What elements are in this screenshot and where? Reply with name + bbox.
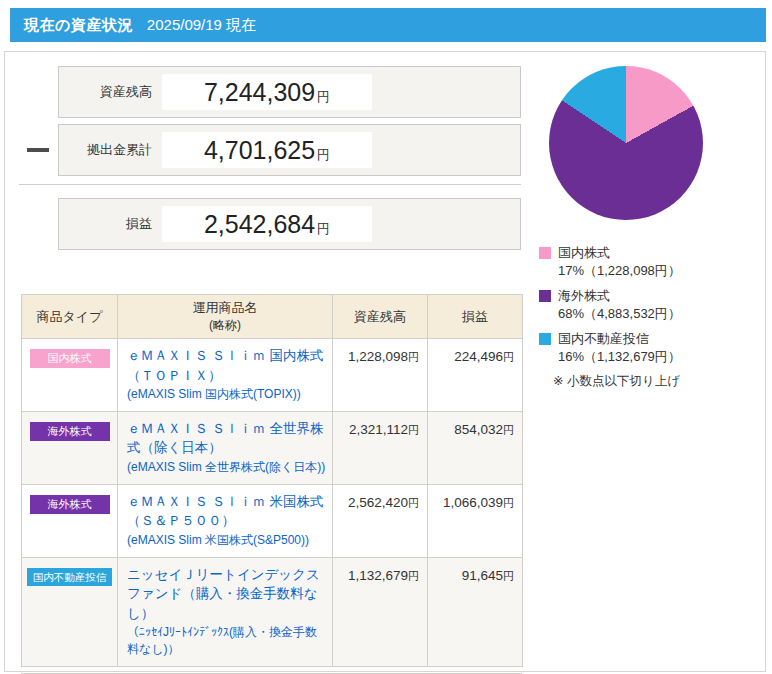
rounding-note: ※ 小数点以下切り上げ — [553, 373, 764, 390]
product-abbr-link[interactable]: （ﾆｯｾｲJﾘｰﾄｲﾝﾃﾞｯｸｽ(購入・換金手数料なし)） — [127, 624, 326, 658]
profit-cell: 91,645円 — [428, 557, 523, 666]
legend-label: 国内不動産投信 — [558, 330, 681, 348]
asset-balance-label: 資産残高 — [59, 83, 152, 101]
legend-item-foreign-stock: 海外株式 68%（4,883,532円） — [539, 287, 764, 322]
contribution-total-label: 拠出金累計 — [59, 141, 152, 159]
profit-loss-value-box: 2,542,684 円 — [162, 206, 372, 242]
table-row: 海外株式 ｅＭＡＸＩＳ Ｓｌｉｍ 米国株式（Ｓ＆Ｐ５００） (eMAXIS Sl… — [22, 484, 523, 557]
asset-balance-value: 7,244,309 — [204, 78, 315, 107]
profit-loss-box: 損益 2,542,684 円 — [58, 198, 521, 250]
product-name-link[interactable]: ニッセイＪリートインデックスファンド（購入・換金手数料なし） — [127, 565, 326, 624]
balance-cell: 1,132,679円 — [333, 557, 428, 666]
balance-cell: 1,228,098円 — [333, 339, 428, 412]
legend-label: 国内株式 — [558, 244, 681, 262]
as-of-date: 2025/09/19 現在 — [147, 16, 256, 35]
profit-loss-value: 2,542,684 — [204, 210, 315, 239]
products-table-area: 商品タイプ 運用商品名 (略称) 資産残高 損益 国内株式 ｅＭＡＸＩＳ Ｓｌｉ… — [21, 294, 522, 674]
legend-swatch-pink — [539, 247, 551, 259]
profit-cell: 1,066,039円 — [428, 484, 523, 557]
contribution-total-value-box: 4,701,625 円 — [162, 132, 372, 168]
col-header-profit: 損益 — [428, 295, 523, 339]
yen-unit: 円 — [317, 211, 330, 238]
product-type-badge: 国内株式 — [30, 349, 110, 368]
page-title: 現在の資産状況 — [24, 16, 133, 35]
product-name-link[interactable]: ｅＭＡＸＩＳ Ｓｌｉｍ 全世界株式（除く日本） — [127, 419, 326, 458]
product-type-badge: 海外株式 — [30, 495, 110, 514]
pie-legend: 国内株式 17%（1,228,098円） 海外株式 68%（4,883,532円… — [539, 244, 764, 390]
balance-cell: 2,562,420円 — [333, 484, 428, 557]
balance-cell: 2,321,112円 — [333, 411, 428, 484]
content-panel: 資産残高 7,244,309 円 拠出金累計 4,701,625 円 損益 2,… — [4, 51, 766, 672]
yen-unit: 円 — [317, 79, 330, 106]
products-table: 商品タイプ 運用商品名 (略称) 資産残高 損益 国内株式 ｅＭＡＸＩＳ Ｓｌｉ… — [21, 294, 523, 667]
table-row: 国内不動産投信 ニッセイＪリートインデックスファンド（購入・換金手数料なし） （… — [22, 557, 523, 666]
legend-swatch-purple — [539, 290, 551, 302]
profit-cell: 854,032円 — [428, 411, 523, 484]
product-type-badge: 海外株式 — [30, 422, 110, 441]
product-type-badge: 国内不動産投信 — [27, 568, 112, 587]
product-abbr-link[interactable]: (eMAXIS Slim 国内株式(TOPIX)) — [127, 386, 326, 403]
profit-loss-label: 損益 — [59, 215, 152, 233]
product-abbr-link[interactable]: (eMAXIS Slim 米国株式(S&P500)) — [127, 532, 326, 549]
equals-divider — [19, 184, 521, 185]
table-header-row: 商品タイプ 運用商品名 (略称) 資産残高 損益 — [22, 295, 523, 339]
product-name-link[interactable]: ｅＭＡＸＩＳ Ｓｌｉｍ 国内株式（ＴＯＰＩＸ） — [127, 346, 326, 385]
legend-item-domestic-reit: 国内不動産投信 16%（1,132,679円） — [539, 330, 764, 365]
yen-unit: 円 — [317, 137, 330, 164]
asset-balance-box: 資産残高 7,244,309 円 — [58, 66, 521, 118]
legend-label: 海外株式 — [558, 287, 681, 305]
asset-allocation-pie — [549, 66, 703, 220]
col-header-balance: 資産残高 — [333, 295, 428, 339]
legend-swatch-blue — [539, 333, 551, 345]
table-row: 海外株式 ｅＭＡＸＩＳ Ｓｌｉｍ 全世界株式（除く日本） (eMAXIS Sli… — [22, 411, 523, 484]
page-header-bar: 現在の資産状況 2025/09/19 現在 — [10, 8, 766, 42]
col-header-product-name: 運用商品名 (略称) — [118, 295, 333, 339]
asset-balance-value-box: 7,244,309 円 — [162, 74, 372, 110]
legend-value: 17%（1,228,098円） — [558, 262, 681, 280]
product-abbr-link[interactable]: (eMAXIS Slim 全世界株式(除く日本)) — [127, 459, 326, 476]
product-name-link[interactable]: ｅＭＡＸＩＳ Ｓｌｉｍ 米国株式（Ｓ＆Ｐ５００） — [127, 492, 326, 531]
legend-value: 16%（1,132,679円） — [558, 348, 681, 366]
legend-item-domestic-stock: 国内株式 17%（1,228,098円） — [539, 244, 764, 279]
table-row: 国内株式 ｅＭＡＸＩＳ Ｓｌｉｍ 国内株式（ＴＯＰＩＸ） (eMAXIS Sli… — [22, 339, 523, 412]
minus-operator-icon — [27, 148, 49, 152]
profit-cell: 224,496円 — [428, 339, 523, 412]
col-header-product-type: 商品タイプ — [22, 295, 118, 339]
legend-value: 68%（4,883,532円） — [558, 305, 681, 323]
contribution-total-box: 拠出金累計 4,701,625 円 — [58, 124, 521, 176]
contribution-total-value: 4,701,625 — [204, 136, 315, 165]
